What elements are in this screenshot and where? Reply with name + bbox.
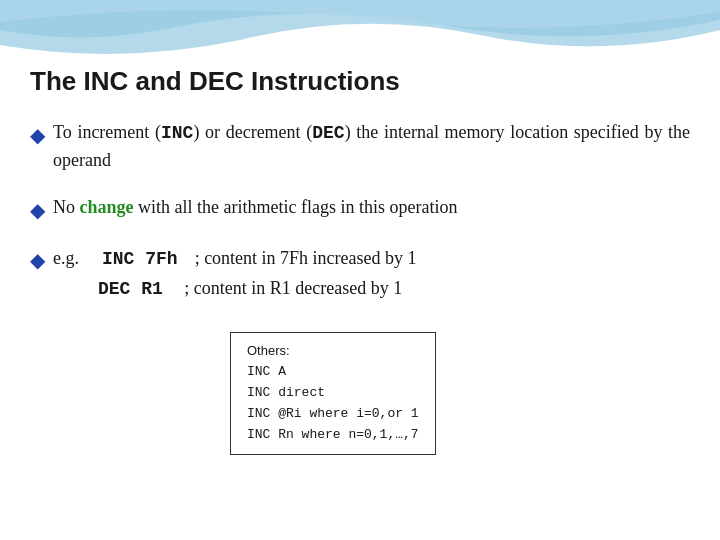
bullet-diamond-1: ◆: [30, 121, 45, 149]
bullet-1-text: To increment (INC) or decrement (DEC) th…: [53, 119, 690, 174]
others-line3: INC @Ri where i=0,or 1: [247, 404, 419, 425]
dec-comment: [167, 274, 181, 303]
bullet1-dec: DEC: [312, 123, 344, 143]
bullet-1: ◆ To increment (INC) or decrement (DEC) …: [30, 119, 690, 174]
inc-cmd: INC 7Fh: [102, 245, 178, 274]
bullet2-text2: with all the arithmetic flags in this op…: [134, 197, 458, 217]
bullet2-text1: No: [53, 197, 80, 217]
inc-comment-text: ; content in 7Fh increased by 1: [195, 244, 417, 273]
bullet1-text2: ) or decrement (: [193, 122, 312, 142]
dec-comment-text: ; content in R1 decreased by 1: [184, 274, 402, 303]
others-line4: INC Rn where n=0,1,…,7: [247, 425, 419, 446]
others-line2: INC direct: [247, 383, 419, 404]
others-box: Others: INC A INC direct INC @Ri where i…: [230, 332, 436, 455]
bullet-diamond-2: ◆: [30, 196, 45, 224]
bullet-3-code: e.g. INC 7Fh ; content in 7Fh increased …: [53, 244, 417, 304]
code-line-2: DEC R1 ; content in R1 decreased by 1: [53, 274, 417, 304]
dec-cmd: DEC R1: [98, 275, 163, 304]
bullet-3: ◆ e.g. INC 7Fh ; content in 7Fh increase…: [30, 244, 690, 304]
eg-label: e.g.: [53, 244, 98, 273]
bullet-2-text: No change with all the arithmetic flags …: [53, 194, 457, 221]
page-title: The INC and DEC Instructions: [30, 66, 690, 97]
bullet1-inc: INC: [161, 123, 193, 143]
inc-comment: [182, 244, 191, 273]
bullet-diamond-3: ◆: [30, 246, 45, 274]
others-title: Others:: [247, 341, 419, 363]
bullet2-change: change: [80, 197, 134, 217]
bullet1-text1: To increment (: [53, 122, 161, 142]
others-line1: INC A: [247, 362, 419, 383]
code-line-1: e.g. INC 7Fh ; content in 7Fh increased …: [53, 244, 417, 274]
bullet-2: ◆ No change with all the arithmetic flag…: [30, 194, 690, 224]
main-content: The INC and DEC Instructions ◆ To increm…: [0, 0, 720, 475]
